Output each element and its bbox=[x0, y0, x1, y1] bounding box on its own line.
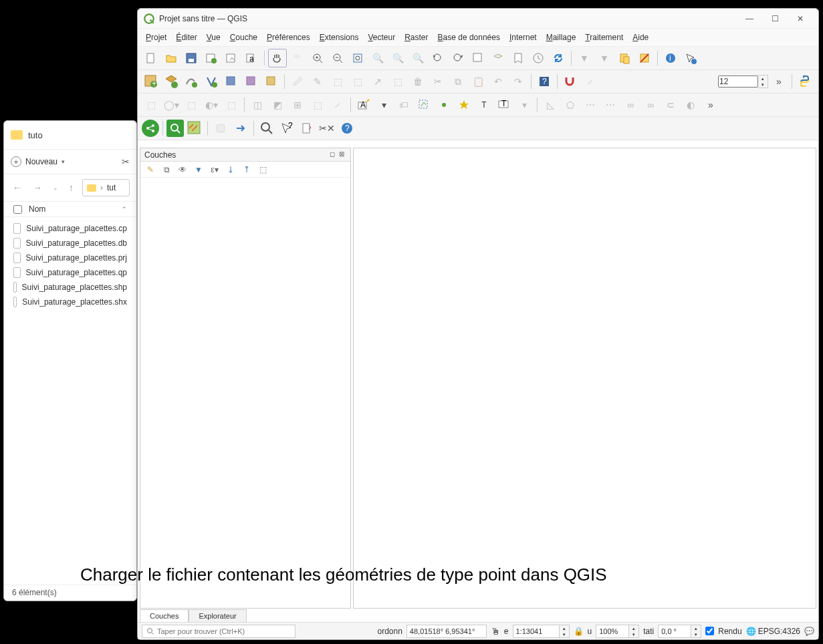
d2[interactable]: ◯▾ bbox=[162, 96, 181, 114]
help-button[interactable]: ? bbox=[535, 72, 554, 91]
db-button[interactable] bbox=[211, 119, 230, 138]
list-item[interactable]: Suivi_paturage_placettes.cp bbox=[11, 221, 130, 236]
toggle-edit-button[interactable] bbox=[288, 72, 307, 91]
new-3d-view-button[interactable] bbox=[489, 49, 507, 67]
copy-button[interactable]: ⧉ bbox=[449, 72, 467, 91]
d1[interactable]: ⬚ bbox=[142, 96, 160, 114]
list-item[interactable]: Suivi_paturage_placettes.shx bbox=[11, 295, 130, 309]
layers-tree[interactable] bbox=[140, 178, 350, 608]
m7[interactable]: ⊂ bbox=[661, 96, 680, 114]
back-button[interactable]: ← bbox=[11, 180, 24, 195]
m1[interactable]: ◺ bbox=[541, 96, 560, 114]
vertex-tool-button[interactable]: ↗ bbox=[368, 72, 387, 91]
list-item[interactable]: Suivi_paturage_placettes.qp bbox=[11, 265, 130, 280]
address-bar[interactable]: › tut bbox=[82, 179, 130, 196]
add-group-icon[interactable]: ⧉ bbox=[160, 164, 172, 176]
new-map-view-button[interactable] bbox=[469, 49, 487, 67]
menu-aide[interactable]: Aide bbox=[628, 30, 653, 45]
show-layout-manager-button[interactable] bbox=[222, 49, 241, 67]
filter-button[interactable]: ▼ bbox=[575, 49, 594, 67]
menu-traitement[interactable]: Traitement bbox=[581, 30, 627, 45]
collapse-icon[interactable]: ⤒ bbox=[241, 164, 253, 176]
menu-vecteur[interactable]: Vecteur bbox=[364, 30, 399, 45]
select-all-checkbox[interactable] bbox=[13, 205, 22, 214]
pan-button[interactable] bbox=[268, 49, 287, 67]
save-project-button[interactable] bbox=[182, 49, 201, 67]
d4[interactable]: ◐▾ bbox=[202, 96, 221, 114]
m2[interactable]: ⬠ bbox=[561, 96, 580, 114]
cut-icon[interactable]: ✂ bbox=[122, 156, 130, 167]
maximize-button[interactable]: ☐ bbox=[762, 9, 788, 28]
expand-icon[interactable]: ⤓ bbox=[225, 164, 237, 176]
d9[interactable]: ⬚ bbox=[308, 96, 327, 114]
coord-field[interactable] bbox=[406, 625, 487, 638]
new-shapefile-button[interactable] bbox=[182, 72, 201, 91]
zoom-layer-button[interactable]: 🔍 bbox=[388, 49, 407, 67]
new-geopackage-button[interactable] bbox=[162, 72, 181, 91]
action-button[interactable]: ▼ bbox=[595, 49, 614, 67]
d3[interactable]: ⬚ bbox=[182, 96, 201, 114]
sort-icon[interactable]: ⌃ bbox=[122, 206, 127, 212]
osm-button[interactable] bbox=[185, 119, 204, 138]
modify-button[interactable]: ⬚ bbox=[388, 72, 407, 91]
menu-maillage[interactable]: Maillage bbox=[542, 30, 580, 45]
label2-button[interactable]: ▾ bbox=[374, 96, 393, 114]
close-panel-icon[interactable]: ⊠ bbox=[337, 150, 346, 160]
menu-projet[interactable]: Projet bbox=[142, 30, 170, 45]
data-source-manager-button[interactable]: + bbox=[142, 72, 160, 91]
undo-button[interactable]: ↶ bbox=[489, 72, 507, 91]
go-button[interactable] bbox=[231, 119, 250, 138]
new-button[interactable]: + Nouveau ▾ bbox=[11, 156, 65, 167]
settings-icon[interactable]: ✂✕ bbox=[318, 119, 336, 138]
filter-legend-icon[interactable]: ▼ bbox=[193, 164, 205, 176]
m3[interactable]: ⋯ bbox=[581, 96, 600, 114]
label-pin-button[interactable]: 🏷 bbox=[394, 96, 413, 114]
menu-extensions[interactable]: Extensions bbox=[316, 30, 363, 45]
zoom-next-button[interactable] bbox=[449, 49, 467, 67]
up-button[interactable]: ↑ bbox=[67, 180, 76, 195]
temporal-button[interactable] bbox=[529, 49, 548, 67]
recent-button[interactable]: ⌄ bbox=[51, 182, 60, 193]
segments-spinbox[interactable]: ▴▾ bbox=[718, 75, 768, 88]
m4[interactable]: ⋯ bbox=[601, 96, 620, 114]
menu-preferences[interactable]: Préférences bbox=[263, 30, 314, 45]
minimize-button[interactable]: — bbox=[737, 9, 762, 28]
m8[interactable]: ◐ bbox=[681, 96, 700, 114]
list-item[interactable]: Suivi_paturage_placettes.shp bbox=[11, 280, 130, 295]
quickosm-button[interactable] bbox=[166, 120, 184, 137]
overflow-icon[interactable]: » bbox=[701, 96, 720, 114]
overflow-icon[interactable]: » bbox=[770, 72, 788, 91]
label-button[interactable]: A bbox=[354, 96, 373, 114]
d5[interactable]: ⬚ bbox=[222, 96, 241, 114]
undock-icon[interactable]: ◻ bbox=[328, 150, 337, 160]
cut-button[interactable]: ✂ bbox=[429, 72, 447, 91]
menu-bdd[interactable]: Base de données bbox=[434, 30, 504, 45]
scale-spinbox[interactable]: ▴▾ bbox=[513, 625, 570, 638]
new-temp-layer-button[interactable] bbox=[222, 72, 241, 91]
list-item[interactable]: Suivi_paturage_placettes.db bbox=[11, 236, 130, 251]
forward-button[interactable]: → bbox=[31, 180, 44, 195]
zoom-last-button[interactable] bbox=[429, 49, 447, 67]
style-manager-button[interactable]: a bbox=[242, 49, 261, 67]
d7[interactable]: ◩ bbox=[268, 96, 287, 114]
python-console-button[interactable] bbox=[796, 72, 814, 91]
menu-editer[interactable]: Éditer bbox=[172, 30, 201, 45]
annotation-text2-button[interactable]: T bbox=[495, 96, 513, 114]
new-spatialite-button[interactable] bbox=[202, 72, 221, 91]
zoom-native-button[interactable]: 🔍 bbox=[408, 49, 427, 67]
crs-button[interactable]: 🌐EPSG:4326 bbox=[746, 627, 800, 636]
da1[interactable]: ▾ bbox=[515, 96, 534, 114]
redo-button[interactable]: ↷ bbox=[509, 72, 527, 91]
annotation-star-button[interactable] bbox=[455, 96, 473, 114]
lock-icon[interactable]: 🔒 bbox=[574, 627, 584, 636]
d8[interactable]: ⊞ bbox=[288, 96, 307, 114]
zoom-in-button[interactable] bbox=[308, 49, 327, 67]
messages-icon[interactable]: 💬 bbox=[804, 627, 814, 636]
delete-button[interactable]: 🗑 bbox=[408, 72, 427, 91]
deselect-button[interactable] bbox=[635, 49, 654, 67]
close-button[interactable]: ✕ bbox=[788, 9, 813, 28]
refresh-button[interactable] bbox=[549, 49, 568, 67]
open-project-button[interactable] bbox=[162, 49, 181, 67]
search-tool-button[interactable] bbox=[257, 119, 276, 138]
whats-this-button[interactable]: ? bbox=[277, 119, 296, 138]
